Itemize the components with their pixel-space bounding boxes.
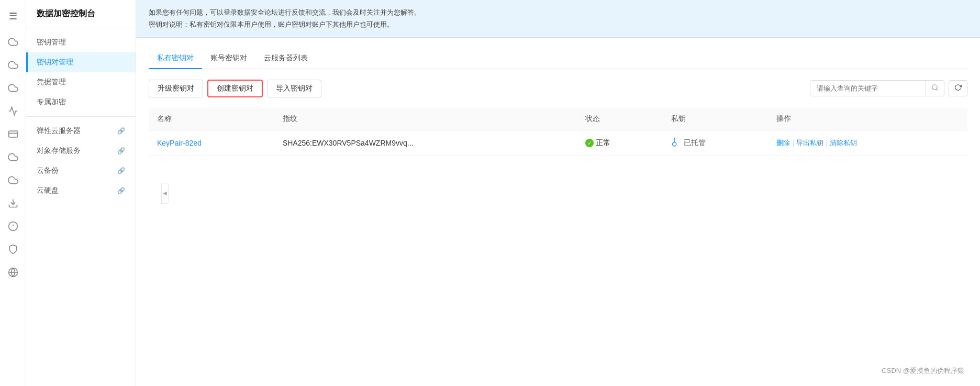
sidebar-item-cloud-disk[interactable]: 云硬盘 🔗: [26, 181, 136, 201]
action-links: 删除 | 导出私钥 | 清除私钥: [776, 138, 959, 148]
toolbar: 升级密钥对 创建密钥对 导入密钥对: [149, 80, 967, 97]
tab-bar: 私有密钥对 账号密钥对 云服务器列表: [149, 48, 967, 69]
table-row: KeyPair-82ed SHA256:EWX30RV5PSa4WZRM9vvq…: [149, 130, 967, 156]
svg-point-8: [932, 85, 937, 90]
status-dot-icon: [585, 139, 594, 147]
col-name: 名称: [149, 108, 274, 130]
cell-actions: 删除 | 导出私钥 | 清除私钥: [768, 130, 967, 156]
col-status: 状态: [577, 108, 663, 130]
icon-rail: ☰: [0, 0, 26, 386]
nav-icon-download[interactable]: [4, 194, 23, 213]
nav-icon-cloud2[interactable]: [4, 56, 23, 74]
sidebar: 数据加密控制台 密钥管理 密钥对管理 凭据管理 专属加密 弹性云服务器 🔗 对象…: [26, 0, 136, 386]
cell-private-key: 已托管: [663, 130, 768, 156]
nav-icon-cloud3[interactable]: [4, 79, 23, 97]
sidebar-item-dedicated-encryption[interactable]: 专属加密: [26, 92, 136, 112]
sidebar-collapse-button[interactable]: ◀: [161, 183, 169, 204]
hamburger-icon[interactable]: ☰: [5, 6, 21, 26]
search-input[interactable]: [810, 81, 926, 95]
sidebar-item-obs[interactable]: 对象存储服务 🔗: [26, 141, 136, 161]
private-key-cell: 已托管: [671, 138, 760, 148]
content-area: 私有密钥对 账号密钥对 云服务器列表 升级密钥对 创建密钥对 导入密钥对: [136, 38, 980, 386]
col-actions: 操作: [768, 108, 967, 130]
keypair-table: 名称 指纹 状态 私钥 操作 KeyPair-82ed SHA256:EWX30…: [149, 108, 967, 156]
banner-line1: 如果您有任何问题，可以登录数据安全论坛进行反馈和交流，我们会及时关注并为您解答。: [149, 6, 967, 18]
cell-status: 正常: [577, 130, 663, 156]
col-fingerprint: 指纹: [274, 108, 577, 130]
app-title: 数据加密控制台: [26, 8, 136, 28]
action-export-key[interactable]: 导出私钥: [796, 138, 823, 148]
nav-icon-id[interactable]: [4, 125, 23, 144]
status-badge: 正常: [585, 138, 610, 148]
nav-icon-security[interactable]: [4, 240, 23, 259]
refresh-button[interactable]: [949, 80, 967, 96]
nav-icon-ip[interactable]: [4, 217, 23, 236]
external-link-icon-obs: 🔗: [117, 147, 125, 155]
import-keypair-button[interactable]: 导入密钥对: [267, 80, 321, 97]
sidebar-item-cloud-backup[interactable]: 云备份 🔗: [26, 161, 136, 181]
search-input-wrapper: [810, 80, 944, 96]
search-container: [810, 80, 967, 96]
sidebar-item-ecs[interactable]: 弹性云服务器 🔗: [26, 121, 136, 141]
banner-line2: 密钥对说明：私有密钥对仅限本用户使用，账户密钥对账户下其他用户也可使用。: [149, 18, 967, 30]
cell-name: KeyPair-82ed: [149, 130, 274, 156]
info-banner: 如果您有任何问题，可以登录数据安全论坛进行反馈和交流，我们会及时关注并为您解答。…: [136, 0, 980, 38]
col-private-key: 私钥: [663, 108, 768, 130]
main-content: 如果您有任何问题，可以登录数据安全论坛进行反馈和交流，我们会及时关注并为您解答。…: [136, 0, 980, 386]
sidebar-item-keypair-management[interactable]: 密钥对管理: [26, 52, 136, 72]
nav-icon-globe[interactable]: [4, 263, 23, 282]
tab-cloud-server-list[interactable]: 云服务器列表: [255, 48, 316, 69]
sidebar-item-credential-management[interactable]: 凭据管理: [26, 72, 136, 92]
external-link-icon: 🔗: [117, 127, 125, 135]
nav-icon-chart[interactable]: [4, 102, 23, 120]
create-keypair-button[interactable]: 创建密钥对: [207, 80, 263, 97]
nav-icon-cloud5[interactable]: [4, 171, 23, 190]
svg-line-9: [937, 89, 938, 91]
key-icon: [669, 136, 682, 149]
action-delete[interactable]: 删除: [776, 138, 790, 148]
cell-fingerprint: SHA256:EWX30RV5PSa4WZRM9vvq...: [274, 130, 577, 156]
keypair-name-link[interactable]: KeyPair-82ed: [157, 139, 202, 147]
nav-icon-cloud4[interactable]: [4, 148, 23, 167]
external-link-icon-backup: 🔗: [117, 167, 125, 174]
search-button[interactable]: [926, 81, 944, 96]
svg-rect-0: [8, 131, 17, 137]
nav-icon-cloud1[interactable]: [4, 32, 23, 51]
upgrade-keypair-button[interactable]: 升级密钥对: [149, 80, 203, 97]
tab-private-keypair[interactable]: 私有密钥对: [149, 48, 202, 69]
external-link-icon-disk: 🔗: [117, 187, 125, 194]
sidebar-item-key-management[interactable]: 密钥管理: [26, 32, 136, 52]
tab-account-keypair[interactable]: 账号密钥对: [202, 48, 255, 69]
action-clear-key[interactable]: 清除私钥: [830, 138, 857, 148]
footer-watermark: CSDN @爱摸鱼的伪程序猿: [882, 366, 964, 376]
